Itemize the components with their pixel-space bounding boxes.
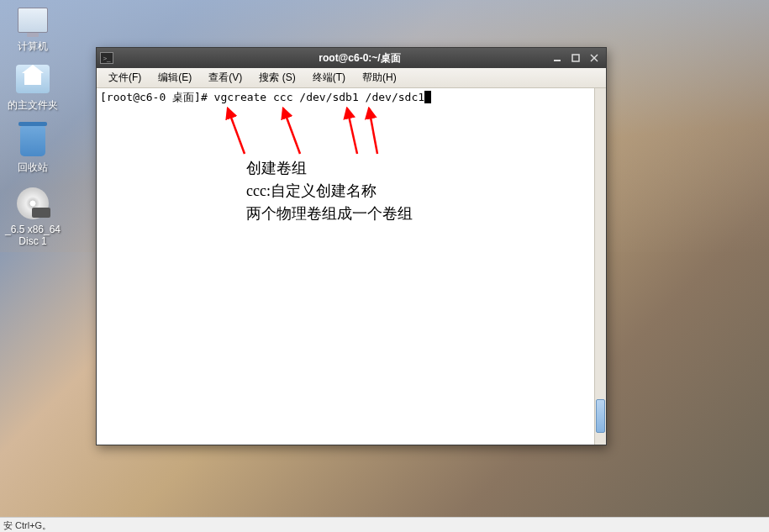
svg-line-7 [369, 108, 377, 154]
window-titlebar[interactable]: >_ root@c6-0:~/桌面 [97, 48, 606, 68]
desktop-icon-computer[interactable]: 计算机 [3, 3, 62, 52]
close-icon [590, 54, 598, 62]
annotation-arrow-4 [362, 103, 387, 161]
minimize-button[interactable] [550, 51, 564, 65]
home-folder-icon [16, 62, 50, 96]
desktop-icon-trash[interactable]: 回收站 [3, 124, 62, 173]
host-statusbar: 安 Ctrl+G。 [0, 517, 769, 532]
menu-view[interactable]: 查看(V) [202, 69, 249, 87]
monitor-icon [16, 3, 50, 37]
terminal-line: [root@c6-0 桌面]# vgcreate ccc /dev/sdb1 /… [97, 88, 606, 107]
trash-icon [16, 124, 50, 158]
terminal-prompt: [root@c6-0 桌面]# [100, 91, 214, 103]
annotation-arrow-3 [340, 103, 366, 161]
svg-line-6 [347, 108, 357, 154]
annotation-arrow-1 [221, 103, 255, 161]
maximize-icon [571, 54, 580, 62]
maximize-button[interactable] [569, 51, 582, 65]
annotation-arrow-2 [275, 103, 308, 161]
terminal-scrollbar[interactable] [594, 88, 606, 445]
svg-rect-1 [572, 55, 579, 61]
icon-label: 回收站 [3, 161, 62, 173]
svg-line-5 [283, 108, 300, 154]
menu-search[interactable]: 搜索 (S) [252, 69, 302, 87]
menu-file[interactable]: 文件(F) [102, 69, 148, 87]
desktop-icon-dvd[interactable]: _6.5 x86_64 Disc 1 [3, 187, 62, 248]
dvd-icon [16, 187, 50, 220]
minimize-icon [553, 54, 561, 62]
menu-help[interactable]: 帮助(H) [356, 69, 403, 87]
menubar: 文件(F) 编辑(E) 查看(V) 搜索 (S) 终端(T) 帮助(H) [97, 68, 606, 88]
desktop-background: 计算机 的主文件夹 回收站 _6.5 x86_64 Disc 1 >_ root… [0, 0, 769, 532]
desktop-icon-home[interactable]: 的主文件夹 [3, 62, 62, 111]
annotation-text: 创建卷组 ccc:自定义创建名称 两个物理卷组成一个卷组 [246, 157, 413, 225]
window-controls [550, 51, 601, 65]
menu-terminal[interactable]: 终端(T) [306, 69, 352, 87]
statusbar-text: 安 Ctrl+G。 [3, 520, 51, 530]
terminal-command: vgcreate ccc /dev/sdb1 /dev/sdc1 [214, 91, 424, 103]
terminal-cursor [424, 91, 431, 103]
icon-label: 的主文件夹 [3, 99, 62, 111]
scrollbar-thumb[interactable] [596, 399, 605, 433]
terminal-app-icon: >_ [100, 52, 113, 64]
terminal-body[interactable]: [root@c6-0 桌面]# vgcreate ccc /dev/sdb1 /… [97, 88, 606, 445]
close-button[interactable] [587, 51, 601, 65]
icon-label: 计算机 [3, 40, 62, 52]
menu-edit[interactable]: 编辑(E) [151, 69, 198, 87]
icon-label: _6.5 x86_64 Disc 1 [3, 224, 62, 248]
window-title: root@c6-0:~/桌面 [117, 51, 603, 66]
svg-line-4 [228, 108, 245, 154]
terminal-window: >_ root@c6-0:~/桌面 文件(F) 编辑(E) 查看(V) 搜索 (… [96, 47, 607, 445]
